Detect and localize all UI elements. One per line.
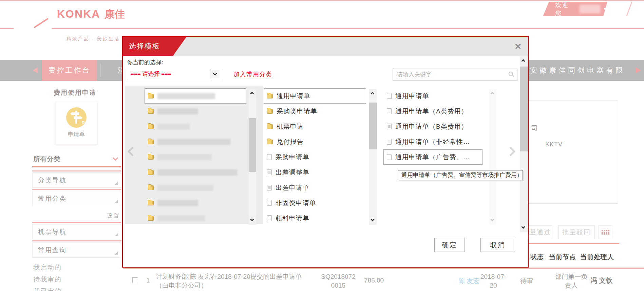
redacted-category-item[interactable]	[145, 88, 246, 104]
scroll-up-icon[interactable]	[489, 89, 496, 98]
logo-text-cn: 康佳	[105, 8, 125, 20]
select-dropdown-button[interactable]	[210, 69, 220, 79]
redacted-category-item[interactable]	[145, 119, 246, 134]
item-icon	[387, 124, 392, 129]
batch-reject-button[interactable]: 批量驳回	[558, 225, 595, 239]
application-form-card[interactable]: 申请单	[55, 102, 97, 145]
cancel-button[interactable]: 取消	[480, 238, 515, 252]
grid-view-button[interactable]	[599, 225, 612, 239]
search-icon[interactable]	[509, 72, 513, 76]
sidebar-item-category-nav[interactable]: 分类导航	[32, 172, 121, 188]
scrollbar-thumb[interactable]	[249, 118, 256, 172]
user-welcome-ribbon[interactable]: 欢迎您	[543, 2, 607, 16]
scrollbar-thumb[interactable]	[369, 103, 377, 149]
item-icon	[267, 140, 273, 144]
all-categories-toggle[interactable]: 所有分类	[33, 154, 120, 164]
nav-back-arrow-icon[interactable]	[33, 67, 38, 73]
sidebar-item-flight-nav[interactable]: 机票导航	[32, 224, 121, 239]
section-label: 分类导航	[38, 177, 67, 184]
redacted-category-item[interactable]	[145, 149, 246, 165]
template-category-item[interactable]: 非固资申请单	[264, 195, 366, 211]
scroll-down-icon[interactable]	[489, 216, 496, 225]
item-icon	[387, 108, 392, 114]
row-submitter-link[interactable]: 陈 友宏	[458, 277, 479, 286]
template-category-item[interactable]: 机票申请	[264, 119, 366, 134]
scroll-up-icon[interactable]	[249, 89, 256, 98]
redacted-label	[157, 185, 213, 191]
template-item[interactable]: 通用申请单	[383, 88, 482, 104]
redacted-category-item[interactable]	[145, 195, 246, 211]
sidebar-item-common-categories[interactable]: 常用分类	[32, 191, 121, 206]
template-category-item[interactable]: 通用申请单	[264, 88, 366, 104]
item-icon	[267, 185, 272, 190]
redacted-category-item[interactable]	[145, 104, 246, 119]
welcome-label: 欢迎您	[555, 1, 575, 17]
item-label: 领料申请单	[276, 214, 309, 223]
row-index: 1	[146, 277, 150, 284]
add-to-favorites-link[interactable]: 加入常用分类	[233, 70, 272, 78]
page-right-chevron-icon[interactable]	[506, 147, 515, 156]
template-category-item[interactable]: 采购类申请单	[264, 104, 366, 119]
sidebar-divider	[32, 166, 121, 167]
corner-expand-icon	[115, 200, 118, 203]
item-label: 通用申请单（B类费用）	[395, 122, 468, 131]
template-category-item[interactable]: 出差申请单	[264, 180, 366, 195]
scrollbar-track[interactable]	[520, 65, 528, 223]
item-icon	[267, 124, 273, 129]
item-label: 通用申请单（A类费用）	[395, 107, 468, 116]
scrollbar-thumb[interactable]	[520, 67, 528, 151]
scrollbar-track[interactable]	[489, 98, 496, 216]
item-label: 采购申请单	[276, 153, 309, 162]
chevron-down-icon	[213, 71, 217, 76]
tab-expense-workbench[interactable]: 费控工作台	[42, 60, 97, 81]
template-category-item[interactable]: 兑付报告	[264, 134, 366, 149]
nav-tab-divider	[100, 64, 101, 77]
column-header-status: 状态	[530, 253, 544, 261]
redacted-category-item[interactable]	[145, 134, 246, 149]
corner-expand-icon	[115, 251, 118, 255]
scrollbar-track[interactable]	[369, 98, 377, 216]
template-category-item[interactable]: 领料申请单	[264, 211, 366, 226]
company-name: 安徽康佳同创电器有限	[530, 60, 625, 81]
item-icon	[267, 94, 273, 98]
scroll-down-icon[interactable]	[369, 216, 377, 225]
column3-scrollbar[interactable]	[489, 89, 496, 225]
column2-scrollbar[interactable]	[369, 89, 377, 225]
template-item[interactable]: 通用申请单（A类费用）	[383, 104, 482, 119]
chevron-down-icon	[113, 155, 118, 161]
folder-icon	[148, 124, 154, 129]
scroll-up-icon[interactable]	[369, 89, 377, 98]
settings-link[interactable]: 设置	[32, 212, 120, 220]
current-selection-label: 你当前的选择:	[127, 58, 163, 66]
table-row: 1 计划财务部:陈 友宏在2018-07-20提交的出差申请单（白电非分公司） …	[0, 271, 644, 291]
tab-partial-hidden[interactable]: 消	[118, 60, 122, 81]
template-item[interactable]: 通用申请单（B类费用）	[383, 119, 482, 134]
scroll-down-icon[interactable]	[520, 223, 528, 232]
modal-scrollbar[interactable]	[520, 56, 528, 232]
column-header-current-node: 当前节点	[549, 253, 576, 261]
redacted-label	[157, 93, 215, 99]
confirm-button[interactable]: 确定	[434, 238, 465, 252]
close-icon[interactable]: ×	[515, 39, 521, 54]
column1-scrollbar[interactable]	[249, 89, 256, 225]
nav-forward-arrow-icon[interactable]	[636, 67, 641, 73]
item-label: 通用申请单	[277, 92, 310, 101]
redacted-category-item[interactable]	[145, 180, 246, 195]
redacted-category-item[interactable]	[145, 211, 246, 226]
scroll-up-icon[interactable]	[520, 56, 528, 65]
template-category-item[interactable]: 采购申请单	[264, 149, 366, 165]
kktv-node[interactable]: KKTV	[545, 141, 563, 148]
template-item[interactable]: 通用申请单（非经常性…	[383, 134, 482, 149]
sidebar-item-common-queries[interactable]: 常用查询	[32, 242, 121, 258]
row-checkbox[interactable]	[132, 277, 138, 283]
all-categories-label: 所有分类	[33, 155, 60, 163]
template-item[interactable]: 通用申请单（广告费、…	[383, 149, 482, 165]
category-select[interactable]: === 请选择 ===	[127, 68, 221, 80]
item-icon	[267, 200, 272, 206]
redacted-category-item[interactable]	[145, 165, 246, 180]
search-input[interactable]	[393, 69, 517, 80]
scroll-down-icon[interactable]	[249, 216, 256, 225]
template-category-item[interactable]: 出差调整单	[264, 165, 366, 180]
scrollbar-track[interactable]	[249, 98, 256, 216]
brand-tagline: 精致产品 · 美妙生活	[67, 36, 120, 42]
